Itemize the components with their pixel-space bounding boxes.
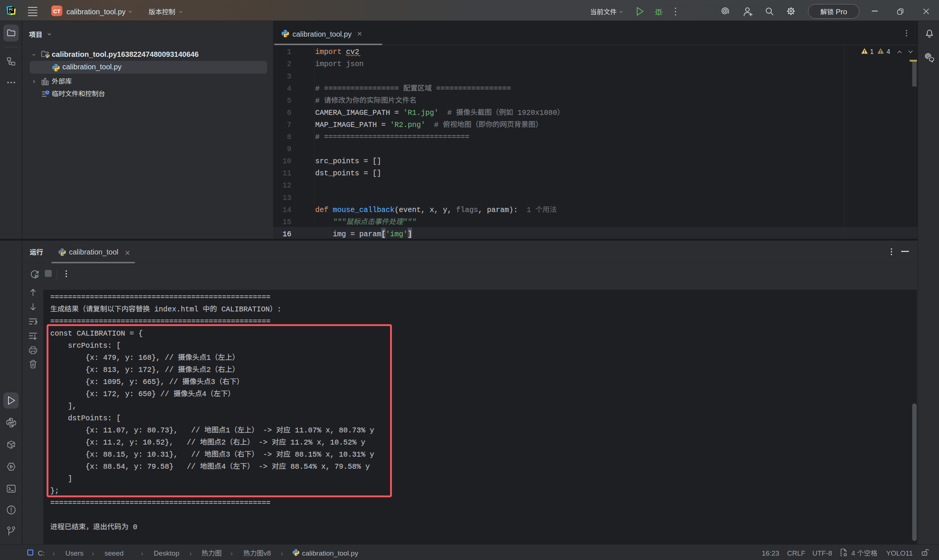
svg-text:PC: PC: [9, 8, 13, 11]
